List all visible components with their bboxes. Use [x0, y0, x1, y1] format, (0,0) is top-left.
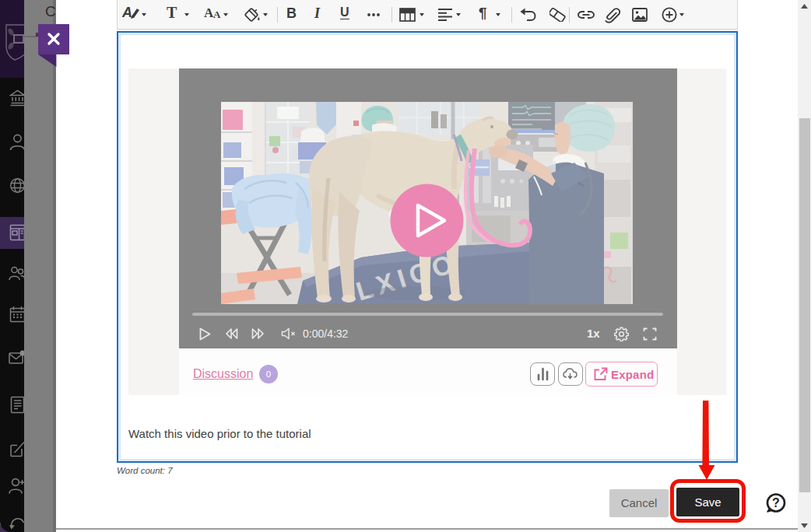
svg-text:?: ?	[772, 496, 780, 509]
